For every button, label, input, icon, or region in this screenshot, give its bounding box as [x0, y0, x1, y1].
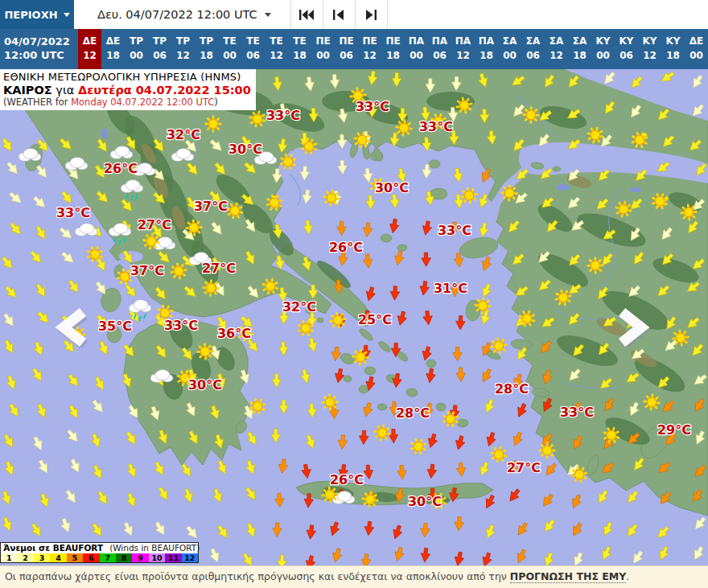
beaufort-cell: 12	[182, 553, 198, 562]
lake	[557, 184, 570, 191]
timeline-slot[interactable]: ΠΑ06	[428, 29, 451, 69]
beaufort-cell: 6	[83, 553, 99, 562]
island	[426, 360, 436, 368]
weather-word: ΚΑΙΡΟΣ	[3, 84, 52, 97]
previous-area-chevron[interactable]	[55, 307, 87, 347]
timeline-slot[interactable]: ΤΡ18	[195, 29, 218, 69]
beaufort-cell: 11	[165, 553, 181, 562]
temperature-label: 35°C	[98, 319, 132, 334]
timeline-slot[interactable]: ΠΑ00	[405, 29, 428, 69]
timeline-slot[interactable]: ΤΕ00	[218, 29, 241, 69]
timeline-slot[interactable]: ΤΡ06	[148, 29, 171, 69]
timeline-slot[interactable]: ΚΥ12	[638, 29, 661, 69]
island	[364, 367, 376, 375]
timeline-slot[interactable]: ΔΕ18	[101, 29, 125, 69]
temperature-label: 26°C	[330, 472, 364, 487]
beaufort-legend: Άνεμοι σε BEAUFORT(Winds in BEAUFORT) 12…	[0, 542, 199, 563]
timeline-bar: 04/07/2022 12:00 UTC ΔΕ12ΔΕ18ΤΡ00ΤΡ06ΤΡ1…	[0, 29, 708, 69]
legend-scale: 123456789101112	[1, 553, 198, 562]
temperature-label: 31°C	[434, 281, 467, 296]
island	[429, 160, 440, 168]
island	[317, 318, 323, 323]
beaufort-cell: 1	[1, 553, 17, 562]
footer-disclaimer: Οι παραπάνω χάρτες είναι προϊόντα αριθμη…	[0, 565, 708, 588]
timeline-slot[interactable]: ΤΕ12	[265, 29, 288, 69]
skip-to-first-button[interactable]	[291, 0, 323, 29]
skip-first-icon	[299, 10, 314, 20]
timeline-slot[interactable]: ΤΕ06	[241, 29, 265, 69]
forecast-valid-time-en: (WEATHER for Monday 04.07.2022 12:00 UTC…	[3, 97, 251, 108]
next-icon	[365, 10, 377, 20]
temperature-label: 32°C	[282, 299, 316, 315]
temperature-label: 30°C	[408, 494, 442, 509]
island	[377, 404, 387, 410]
timeline-current-time: 12:00 UTC	[4, 48, 78, 62]
timeline-slot[interactable]: ΠΕ06	[335, 29, 358, 69]
emy-forecast-link[interactable]: ΠΡΟΓΝΩΣΗ ΤΗΣ ΕΜΥ	[510, 570, 627, 583]
beaufort-cell: 3	[34, 553, 50, 562]
lake	[101, 129, 108, 138]
timeline-slot[interactable]: ΣΑ06	[521, 29, 545, 69]
island	[359, 385, 368, 393]
chevron-right-icon	[618, 307, 650, 347]
timeline-current-date: 04/07/2022	[4, 35, 78, 48]
legend-title: Άνεμοι σε BEAUFORT	[3, 543, 103, 553]
timeline-slot[interactable]: ΚΥ00	[591, 29, 615, 69]
datetime-select-label: Δευ. 04/07/2022 12:00 UTC	[97, 8, 257, 21]
forecast-datetime-local: Δευτέρα 04.07.2022 15:00	[78, 84, 251, 97]
temperature-label: 27°C	[507, 460, 541, 475]
timeline-slot[interactable]: ΠΑ12	[451, 29, 475, 69]
timeline-slot[interactable]: ΠΕ18	[381, 29, 405, 69]
temperature-label: 33°C	[438, 223, 471, 238]
hnms-weather-app: ΠΕΡΙΟΧΗ Δευ. 04/07/2022 12:00 UTC	[0, 0, 708, 588]
beaufort-cell: 5	[67, 553, 83, 562]
temperature-label: 37°C	[194, 199, 228, 214]
sun-icon	[205, 116, 222, 133]
datetime-select-button[interactable]: Δευ. 04/07/2022 12:00 UTC	[78, 0, 291, 29]
timeline-slot[interactable]: ΤΕ18	[288, 29, 311, 69]
island	[397, 245, 407, 251]
timeline-slot[interactable]: ΣΑ12	[545, 29, 568, 69]
beaufort-cell: 9	[132, 553, 148, 562]
region-select-button[interactable]: ΠΕΡΙΟΧΗ	[0, 0, 74, 29]
legend-subtitle: (Winds in BEAUFORT)	[109, 543, 200, 553]
map-canvas: 33°C33°C32°C33°C30°C26°C30°C37°C33°C27°C…	[0, 69, 708, 565]
timeline-slot[interactable]: ΠΕ00	[311, 29, 335, 69]
agency-title: ΕΘΝΙΚΗ ΜΕΤΕΩΡΟΛΟΓΙΚΗ ΥΠΗΡΕΣΙΑ (HNMS)	[3, 71, 251, 83]
temperature-label: 27°C	[138, 217, 171, 232]
previous-icon	[333, 10, 344, 20]
temperature-label: 33°C	[356, 99, 389, 114]
temperature-label: 27°C	[202, 261, 236, 276]
timeline-slots: ΔΕ12ΔΕ18ΤΡ00ΤΡ06ΤΡ12ΤΡ18ΤΕ00ΤΕ06ΤΕ12ΤΕ18…	[78, 29, 708, 69]
forecast-valid-time-el: ΚΑΙΡΟΣ για Δευτέρα 04.07.2022 15:00	[3, 84, 251, 97]
temperature-label: 33°C	[164, 318, 198, 333]
temperature-label: 29°C	[657, 422, 691, 438]
timeline-slot[interactable]: ΚΥ06	[615, 29, 638, 69]
for-word: για	[52, 84, 78, 97]
island	[553, 167, 561, 171]
timeline-slot[interactable]: ΠΕ12	[358, 29, 381, 69]
timeline-slot[interactable]: ΔΕ00	[685, 29, 708, 69]
disclaimer-text: Οι παραπάνω χάρτες είναι προϊόντα αριθμη…	[5, 570, 510, 582]
temperature-label: 30°C	[228, 142, 262, 157]
map-info-box: ΕΘΝΙΚΗ ΜΕΤΕΩΡΟΛΟΓΙΚΗ ΥΠΗΡΕΣΙΑ (HNMS) ΚΑΙ…	[0, 69, 256, 110]
timeline-slot[interactable]: ΣΑ18	[568, 29, 591, 69]
island	[436, 403, 446, 411]
temperature-label: 33°C	[56, 205, 90, 220]
step-forward-button[interactable]	[356, 0, 388, 29]
region-select-label: ΠΕΡΙΟΧΗ	[4, 9, 57, 21]
timeline-slot[interactable]: ΣΑ00	[498, 29, 521, 69]
timeline-slot[interactable]: ΤΡ12	[171, 29, 195, 69]
chevron-left-icon	[55, 307, 87, 347]
step-back-button[interactable]	[323, 0, 356, 29]
timeline-slot[interactable]: ΤΡ00	[125, 29, 148, 69]
temperature-label: 37°C	[130, 263, 164, 278]
timeline-slot[interactable]: ΔΕ12	[78, 29, 101, 69]
timeline-slot[interactable]: ΠΑ18	[475, 29, 498, 69]
lake	[630, 187, 641, 192]
beaufort-cell: 7	[100, 553, 116, 562]
timeline-slot[interactable]: ΚΥ18	[661, 29, 685, 69]
next-area-chevron[interactable]	[618, 307, 650, 347]
temperature-label: 26°C	[104, 161, 138, 176]
weather-map: 33°C33°C32°C33°C30°C26°C30°C37°C33°C27°C…	[0, 69, 708, 565]
